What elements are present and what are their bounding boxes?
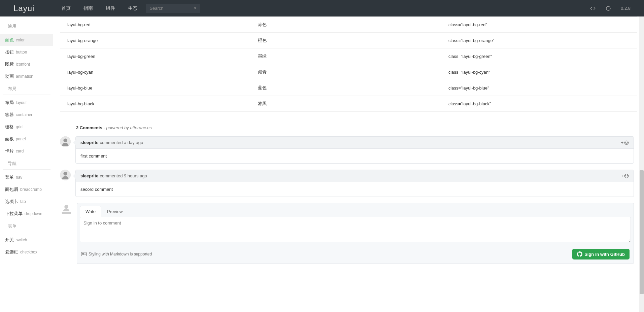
sidebar-item-color[interactable]: 颜色color [0, 34, 53, 46]
sidebar-group-title: 通用 [3, 20, 50, 32]
message-icon[interactable] [605, 5, 611, 11]
svg-point-10 [627, 175, 627, 175]
sidebar-item-dropdown[interactable]: 下拉菜单dropdown [0, 208, 53, 220]
sidebar-item-sublabel: card [16, 149, 24, 153]
table-row: layui-bg-red赤色class="layui-bg-red" [60, 17, 637, 33]
table-cell: class="layui-bg-orange" [441, 33, 637, 48]
sidebar-item-label: 动画 [5, 73, 14, 79]
table-row: layui-bg-blue蓝色class="layui-bg-blue" [60, 80, 637, 96]
nav-item[interactable]: 首页 [61, 5, 71, 11]
sidebar-item-label: 面板 [5, 136, 14, 142]
github-icon [577, 251, 582, 257]
comments-count: 2 Comments [76, 125, 102, 130]
comments-section: 2 Comments - powered by utteranc.es slee… [60, 125, 637, 274]
table-row: layui-bg-black雅黑class="layui-bg-black" [60, 96, 637, 112]
reaction-button[interactable]: + [621, 173, 629, 178]
table-cell: layui-bg-green [60, 48, 250, 64]
table-cell: class="layui-bg-black" [441, 96, 637, 112]
sidebar-item-button[interactable]: 按钮button [0, 46, 53, 58]
reaction-button[interactable]: + [621, 140, 629, 145]
sidebar-item-grid[interactable]: 栅格grid [0, 121, 53, 133]
search-input[interactable] [149, 6, 193, 11]
sidebar-item-label: 容器 [5, 112, 14, 118]
table-cell: 赤色 [250, 17, 441, 33]
sidebar-item-tab[interactable]: 选项卡tab [0, 196, 53, 208]
avatar[interactable] [60, 136, 71, 147]
sidebar-item-sublabel: iconfont [16, 62, 30, 67]
table-cell: 藏青 [250, 64, 441, 80]
nav-item[interactable]: 指南 [83, 5, 93, 11]
tab-preview[interactable]: Preview [101, 206, 128, 217]
svg-point-3 [624, 141, 628, 144]
svg-point-9 [625, 175, 626, 175]
sidebar-item-sublabel: dropdown [25, 211, 42, 216]
sidebar-item-switch[interactable]: 开关switch [0, 234, 53, 246]
nav-item[interactable]: 生态 [128, 5, 137, 11]
sidebar-group-title: 导航 [3, 157, 50, 170]
comment-header: sleeprite commented a day ago+ [76, 137, 634, 149]
sidebar-item-label: 布局 [5, 100, 14, 106]
anonymous-avatar [60, 203, 73, 216]
sidebar-group-title: 表单 [3, 220, 50, 232]
markdown-icon [81, 252, 87, 256]
table-cell: class="layui-bg-cyan" [441, 64, 637, 80]
editor-body: Write Preview Styling with Markdown is s… [77, 203, 634, 264]
comment-textarea[interactable] [80, 217, 631, 242]
markdown-note[interactable]: Styling with Markdown is supported [81, 252, 152, 256]
comment-header: sleeprite commented 9 hours ago+ [76, 170, 634, 182]
sidebar-item-sublabel: color [16, 38, 25, 42]
sidebar-item-label: 菜单 [5, 174, 14, 180]
logo[interactable]: Layui [13, 4, 34, 13]
svg-point-5 [627, 142, 627, 142]
sidebar-item-iconfont[interactable]: 图标iconfont [0, 58, 53, 70]
sidebar-item-sublabel: grid [16, 125, 23, 129]
table-cell: layui-bg-blue [60, 80, 250, 96]
sidebar-item-container[interactable]: 容器container [0, 109, 53, 121]
comment-author[interactable]: sleeprite [80, 173, 98, 178]
sidebar-item-sublabel: nav [16, 175, 22, 180]
comment-content: secord comment [76, 182, 634, 197]
powered-by[interactable]: powered by utteranc.es [106, 125, 152, 130]
sidebar: 通用颜色color按钮button图标iconfont动画animation布局… [0, 16, 53, 274]
sidebar-item-card[interactable]: 卡片card [0, 145, 53, 157]
comment-author[interactable]: sleeprite [80, 140, 98, 145]
table-cell: layui-bg-orange [60, 33, 250, 48]
sidebar-item-sublabel: container [16, 112, 32, 117]
sidebar-item-checkbox[interactable]: 复选框checkbox [0, 246, 53, 258]
sidebar-item-label: 卡片 [5, 148, 14, 154]
sidebar-item-label: 下拉菜单 [5, 211, 23, 217]
sidebar-item-label: 复选框 [5, 249, 18, 255]
main-nav: 首页指南组件生态 [61, 5, 137, 11]
table-cell: layui-bg-black [60, 96, 250, 112]
table-cell: 蓝色 [250, 80, 441, 96]
table-cell: class="layui-bg-red" [441, 17, 637, 33]
sidebar-item-label: 按钮 [5, 49, 14, 55]
sidebar-item-label: 选项卡 [5, 199, 18, 205]
avatar[interactable] [60, 170, 71, 180]
table-row: layui-bg-orange橙色class="layui-bg-orange" [60, 33, 637, 48]
sidebar-item-sublabel: layout [16, 100, 27, 105]
tab-write[interactable]: Write [80, 206, 101, 217]
comments-header: 2 Comments - powered by utteranc.es [60, 125, 634, 130]
comment-meta: commented a day ago [100, 140, 143, 145]
sidebar-item-nav[interactable]: 菜单nav [0, 171, 53, 183]
nav-item[interactable]: 组件 [106, 5, 115, 11]
sidebar-item-animation[interactable]: 动画animation [0, 70, 53, 82]
table-cell: 墨绿 [250, 48, 441, 64]
table-cell: layui-bg-cyan [60, 64, 250, 80]
comment-body: sleeprite commented a day ago+first comm… [75, 136, 634, 164]
table-cell: class="layui-bg-green" [441, 48, 637, 64]
code-icon[interactable] [590, 5, 596, 11]
smiley-icon [624, 174, 629, 178]
chevron-down-icon[interactable]: ▼ [193, 6, 197, 10]
table-row: layui-bg-cyan藏青class="layui-bg-cyan" [60, 64, 637, 80]
signin-github-button[interactable]: Sign in with GitHub [572, 249, 630, 259]
scrollbar[interactable] [639, 16, 644, 274]
scrollbar-thumb[interactable] [640, 170, 644, 274]
sidebar-item-layout[interactable]: 布局layout [0, 97, 53, 109]
sidebar-item-breadcrumb[interactable]: 面包屑breadcrumb [0, 183, 53, 196]
sidebar-item-panel[interactable]: 面板panel [0, 133, 53, 145]
sidebar-item-sublabel: breadcrumb [20, 187, 42, 192]
search-box[interactable]: ▼ [146, 4, 200, 13]
sidebar-item-label: 栅格 [5, 124, 14, 130]
